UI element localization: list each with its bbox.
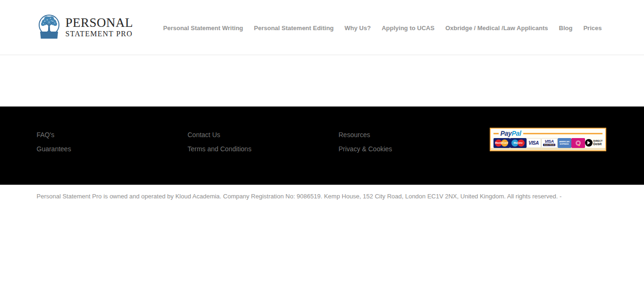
visa-electron-icon: VISA ELECTRON (541, 138, 558, 148)
nav-blog[interactable]: Blog (559, 25, 573, 32)
brand-name-line2: STATEMENT PRO (66, 29, 134, 38)
site-footer: FAQ's Guarantees Contact Us Terms and Co… (0, 107, 644, 185)
nav-personal-statement-editing[interactable]: Personal Statement Editing (254, 25, 334, 32)
nav-prices[interactable]: Prices (583, 25, 602, 32)
paypal-logo-pal: Pal (512, 130, 521, 137)
payment-method-icons: MasterCard Maestro VISA VISA ELECTRON (491, 137, 605, 148)
badge-line-decoration (523, 133, 602, 134)
footer-column-1: FAQ's Guarantees (37, 128, 188, 160)
header-inner: PERSONAL STATEMENT PRO Personal Statemen… (37, 0, 608, 55)
mastercard-icon: MasterCard (493, 138, 510, 148)
page: PERSONAL STATEMENT PRO Personal Statemen… (0, 0, 644, 295)
nav-oxbridge-medical-law-applicants[interactable]: Oxbridge / Medical /Law Applicants (445, 25, 548, 32)
brand-text: PERSONAL STATEMENT PRO (66, 16, 134, 38)
footer-link-contact-us[interactable]: Contact Us (188, 131, 339, 139)
copyright-text: Personal Statement Pro is owned and oper… (37, 193, 608, 200)
american-express-icon: AMERICAN EXPRESS (558, 138, 571, 148)
copyright-bar: Personal Statement Pro is owned and oper… (0, 185, 644, 295)
direct-debit-icon: DIRECT Debit (585, 138, 606, 148)
nav-personal-statement-writing[interactable]: Personal Statement Writing (163, 25, 243, 32)
nav-applying-to-ucas[interactable]: Applying to UCAS (382, 25, 435, 32)
main-nav: Personal Statement Writing Personal Stat… (152, 25, 608, 32)
visa-icon: VISA (527, 138, 541, 148)
footer-link-terms-and-conditions[interactable]: Terms and Conditions (188, 146, 339, 153)
solo-icon (571, 138, 585, 148)
footer-link-resources[interactable]: Resources (339, 131, 490, 139)
footer-link-faqs[interactable]: FAQ's (37, 131, 188, 139)
footer-link-guarantees[interactable]: Guarantees (37, 146, 188, 153)
paypal-logo: PayPal (501, 130, 521, 137)
footer-grid: FAQ's Guarantees Contact Us Terms and Co… (37, 107, 608, 160)
main-content (0, 55, 644, 107)
nav-why-us[interactable]: Why Us? (344, 25, 371, 32)
brand-name-line1: PERSONAL (66, 16, 134, 29)
site-header: PERSONAL STATEMENT PRO Personal Statemen… (0, 0, 644, 55)
tree-globe-logo-icon (37, 14, 61, 41)
paypal-logo-pay: Pay (501, 130, 512, 137)
footer-column-2: Contact Us Terms and Conditions (188, 128, 339, 160)
footer-column-3: Resources Privacy & Cookies (339, 128, 490, 160)
badge-dash-decoration (493, 133, 499, 134)
maestro-icon: Maestro (510, 138, 527, 148)
brand-logo[interactable]: PERSONAL STATEMENT PRO (37, 14, 134, 41)
paypal-badge-header: PayPal (491, 129, 605, 137)
paypal-payment-badge[interactable]: PayPal MasterCard Maestro (490, 128, 606, 151)
footer-link-privacy-cookies[interactable]: Privacy & Cookies (339, 146, 490, 153)
